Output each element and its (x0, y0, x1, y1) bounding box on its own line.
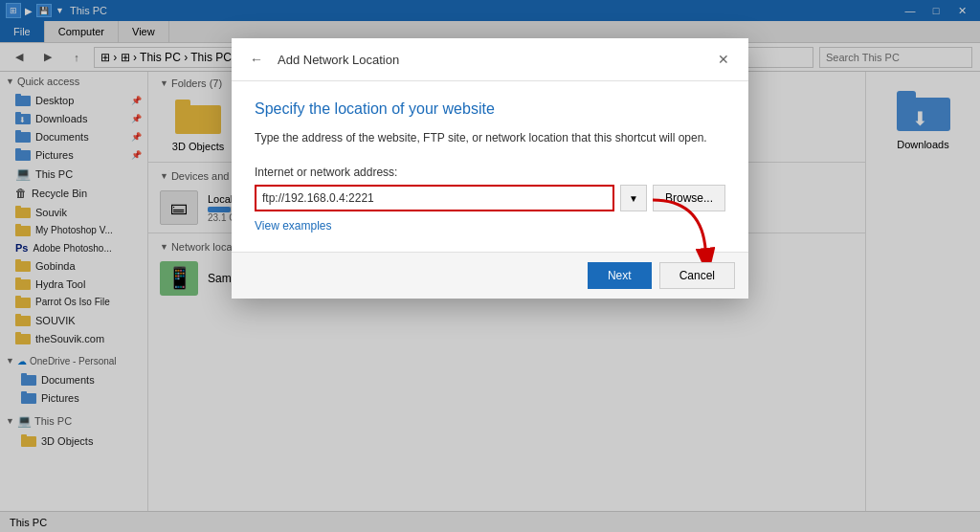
dialog-overlay: ← Add Network Location ✕ Specify the loc… (0, 0, 980, 532)
next-button[interactable]: Next (588, 262, 652, 289)
dialog-description: Type the address of the website, FTP sit… (255, 129, 725, 146)
url-dropdown[interactable]: ▼ (620, 185, 647, 211)
dialog-footer: Next Cancel (232, 252, 748, 299)
browse-button[interactable]: Browse... (653, 185, 725, 211)
dialog-title-text: Add Network Location (278, 53, 399, 67)
dialog-title-bar: ← Add Network Location ✕ (232, 38, 748, 81)
dialog-heading: Specify the location of your website (255, 100, 725, 118)
input-row: ▼ Browse... (255, 185, 725, 211)
dialog-back-button[interactable]: ← (245, 48, 268, 71)
input-label: Internet or network address: (255, 166, 725, 179)
url-input[interactable] (255, 185, 614, 211)
dialog: ← Add Network Location ✕ Specify the loc… (232, 38, 748, 299)
dialog-body: Specify the location of your website Typ… (232, 81, 748, 252)
view-examples-link[interactable]: View examples (255, 219, 331, 233)
cancel-button[interactable]: Cancel (659, 262, 735, 289)
dialog-close-button[interactable]: ✕ (712, 48, 735, 71)
